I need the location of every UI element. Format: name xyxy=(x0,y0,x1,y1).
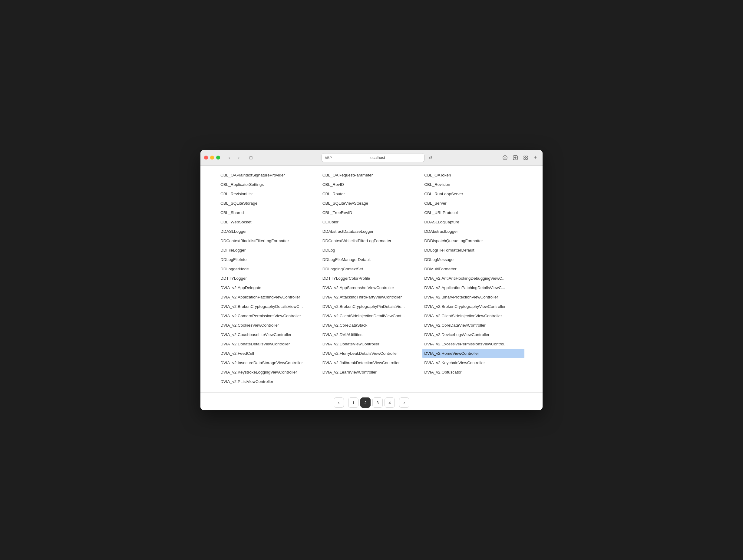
list-item[interactable]: CBL_WebSocket xyxy=(219,217,321,227)
list-item[interactable]: DDDispatchQueueLogFormatter xyxy=(422,236,524,245)
share-button[interactable] xyxy=(511,153,520,162)
svg-rect-2 xyxy=(524,156,525,157)
list-item[interactable]: DVIA_v2.AppDelegate xyxy=(219,283,321,292)
add-tab-button[interactable]: + xyxy=(532,154,539,161)
address-bar[interactable]: ABP localhost xyxy=(321,153,425,162)
next-page-button[interactable]: › xyxy=(399,398,409,408)
list-item[interactable]: DVIA_v2.KeystrokeLoggingViewController xyxy=(219,368,321,377)
url-text: localhost xyxy=(334,155,421,160)
list-item[interactable]: DVIA_v2.CameraPermissionsViewController xyxy=(219,311,321,321)
share-icon xyxy=(513,155,518,160)
list-item[interactable]: DVIA_v2.ExcessivePermissionsViewControl.… xyxy=(422,339,524,349)
close-button[interactable] xyxy=(204,155,208,159)
page-2-button[interactable]: 2 xyxy=(360,398,370,408)
address-bar-container: ABP localhost ↺ xyxy=(258,153,498,162)
list-item[interactable]: DVIA_v2.HomeViewController xyxy=(422,349,524,358)
list-item[interactable]: DVIA_v2.CoreDataStack xyxy=(321,321,423,330)
list-item[interactable]: CBL_OAPlaintextSignatureProvider xyxy=(219,171,321,180)
list-item[interactable]: CBL_Server xyxy=(422,198,524,208)
list-item[interactable]: DVIA_v2.JailbreakDetectionViewController xyxy=(321,358,423,368)
list-item[interactable]: DDAbstractLogger xyxy=(422,227,524,236)
list-item[interactable]: DVIA_v2.LearnViewController xyxy=(321,368,423,377)
list-item[interactable]: DVIA_v2.FeedCell xyxy=(219,349,321,358)
items-grid: CBL_OAPlaintextSignatureProviderCBL_OARe… xyxy=(219,171,524,386)
list-item[interactable]: DVIA_v2.CoreDataViewController xyxy=(422,321,524,330)
list-item[interactable]: CBL_RevisionList xyxy=(219,189,321,198)
toolbar-right: + xyxy=(501,153,539,162)
list-item[interactable]: CBL_URLProtocol xyxy=(422,208,524,217)
list-item[interactable]: DVIA_v2.InsecureDataStorageViewControlle… xyxy=(219,358,321,368)
maximize-button[interactable] xyxy=(216,155,220,159)
list-item[interactable]: DDAbstractDatabaseLogger xyxy=(321,227,423,236)
list-item[interactable]: DVIA_v2.BrokenCryptographyPinDetailsVie.… xyxy=(321,302,423,311)
list-item[interactable]: CBL_Router xyxy=(321,189,423,198)
list-item[interactable]: DVIA_v2.ApplicationPatchingDetailsViewC.… xyxy=(422,283,524,292)
reload-button[interactable]: ↺ xyxy=(426,153,435,162)
list-item[interactable]: DVIA_v2.CookiesViewController xyxy=(219,321,321,330)
list-item[interactable]: DVIA_v2.CouchbaseLiteViewController xyxy=(219,330,321,339)
list-item[interactable]: DDLoggerNode xyxy=(219,264,321,274)
list-item[interactable]: DDLogFileFormatterDefault xyxy=(422,245,524,255)
list-item[interactable]: DVIA_v2.ApplicationPatchingViewControlle… xyxy=(219,292,321,302)
list-item[interactable]: DDLogMessage xyxy=(422,255,524,264)
list-item[interactable]: DVIA_v2.Obfuscator xyxy=(422,368,524,377)
list-item[interactable]: DDLoggingContextSet xyxy=(321,264,423,274)
list-item[interactable]: DVIA_v2.AntiAntiHookingDebuggingViewC... xyxy=(422,274,524,283)
list-item[interactable]: DDMultiFormatter xyxy=(422,264,524,274)
list-item[interactable]: CBL_SQLiteViewStorage xyxy=(321,198,423,208)
list-item[interactable]: CBL_SQLiteStorage xyxy=(219,198,321,208)
list-item[interactable]: DVIA_v2.DonateViewController xyxy=(321,339,423,349)
list-item[interactable]: DVIA_v2.ClientSideInjectionDetailViewCon… xyxy=(321,311,423,321)
list-item[interactable]: DVIA_v2.ClientSideInjectionViewControlle… xyxy=(422,311,524,321)
list-item[interactable]: DVIA_v2.BrokenCryptographyViewController xyxy=(422,302,524,311)
list-item[interactable]: DDLogFileInfo xyxy=(219,255,321,264)
list-item[interactable]: DVIA_v2.PListViewController xyxy=(219,377,321,386)
browser-window: ‹ › ⊡ ABP localhost ↺ xyxy=(201,150,542,410)
page-4-button[interactable]: 4 xyxy=(385,398,395,408)
list-item[interactable]: CBL_TreeRevID xyxy=(321,208,423,217)
tabs-button[interactable] xyxy=(521,153,530,162)
list-item[interactable]: DDLogFileManagerDefault xyxy=(321,255,423,264)
list-item[interactable]: DDASLLogger xyxy=(219,227,321,236)
list-item[interactable]: CBL_RevID xyxy=(321,180,423,189)
svg-rect-5 xyxy=(526,158,527,159)
title-bar: ‹ › ⊡ ABP localhost ↺ xyxy=(201,150,542,166)
list-item[interactable]: DVIA_v2.BinaryProtectionViewController xyxy=(422,292,524,302)
sidebar-button[interactable]: ⊡ xyxy=(247,153,255,162)
list-item[interactable]: CBL_Revision xyxy=(422,180,524,189)
list-item[interactable]: DDFileLogger xyxy=(219,245,321,255)
page-3-button[interactable]: 3 xyxy=(373,398,383,408)
list-item[interactable]: DVIA_v2.DeviceLogsViewController xyxy=(422,330,524,339)
list-item[interactable]: DDContextBlacklistFilterLogFormatter xyxy=(219,236,321,245)
traffic-lights xyxy=(204,155,220,159)
back-button[interactable]: ‹ xyxy=(225,153,233,162)
prev-page-button[interactable]: ‹ xyxy=(334,398,344,408)
adblock-badge: ABP xyxy=(325,156,332,159)
download-button[interactable] xyxy=(501,153,509,162)
list-item[interactable]: DDASLLogCapture xyxy=(422,217,524,227)
list-item[interactable]: DDLog xyxy=(321,245,423,255)
list-item[interactable]: DVIA_v2.AppScreenshotViewController xyxy=(321,283,423,292)
nav-buttons: ‹ › xyxy=(225,153,243,162)
minimize-button[interactable] xyxy=(210,155,214,159)
list-item[interactable]: DVIA_v2.FlurryLeakDetailsViewController xyxy=(321,349,423,358)
forward-button[interactable]: › xyxy=(235,153,243,162)
pagination: ‹ 1 2 3 4 › xyxy=(201,392,542,410)
list-item[interactable]: DDContextWhitelistFilterLogFormatter xyxy=(321,236,423,245)
list-item[interactable]: DDTTYLoggerColorProfile xyxy=(321,274,423,283)
list-item[interactable]: DVIA_v2.KeychainViewController xyxy=(422,358,524,368)
list-item[interactable]: CBL_ReplicatorSettings xyxy=(219,180,321,189)
list-item[interactable]: CLIColor xyxy=(321,217,423,227)
list-item[interactable]: DVIA_v2.DonateDetailsViewController xyxy=(219,339,321,349)
page-1-button[interactable]: 1 xyxy=(348,398,358,408)
list-item[interactable]: DDTTYLogger xyxy=(219,274,321,283)
list-item[interactable]: DVIA_v2.AttackingThirdPartyViewControlle… xyxy=(321,292,423,302)
list-item[interactable]: CBL_Shared xyxy=(219,208,321,217)
svg-rect-4 xyxy=(524,158,525,159)
list-item[interactable]: DVIA_v2.DVIAUtilities xyxy=(321,330,423,339)
list-item[interactable]: DVIA_v2.BrokenCryptographyDetailsViewC..… xyxy=(219,302,321,311)
list-item[interactable]: CBL_OAToken xyxy=(422,171,524,180)
list-item[interactable]: CBL_RunLoopServer xyxy=(422,189,524,198)
download-icon xyxy=(502,155,508,160)
list-item[interactable]: CBL_OARequestParameter xyxy=(321,171,423,180)
